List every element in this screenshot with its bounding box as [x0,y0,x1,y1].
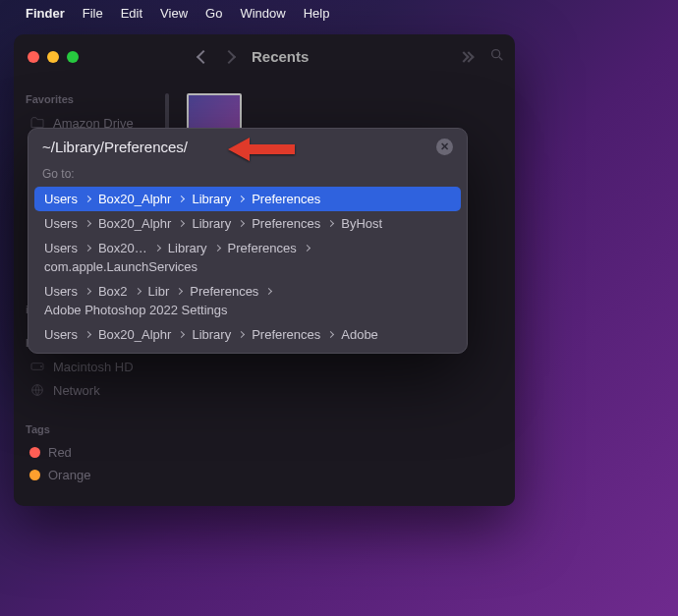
chevron-right-icon [265,288,272,295]
sidebar-item-label: Orange [48,468,90,482]
menubar-item-help[interactable]: Help [304,6,330,21]
chevron-right-icon [238,331,245,338]
minimize-button[interactable] [47,51,59,63]
chevron-right-icon [238,220,245,227]
chevron-right-icon [176,288,183,295]
chevron-right-icon [135,288,141,295]
chevron-right-icon [214,245,221,252]
path-segment: Library [192,327,231,342]
path-segment: Library [192,192,231,206]
close-button[interactable] [28,51,39,63]
chevron-right-icon [238,196,245,202]
menubar-item-go[interactable]: Go [205,6,222,21]
sidebar-tag-red[interactable]: Red [26,441,159,464]
chevron-right-icon [327,220,334,227]
path-suggestion-row[interactable]: UsersBox20_AlphrLibraryPreferences [34,187,461,211]
chevron-right-icon [178,220,185,227]
path-segment: Preferences [252,192,320,206]
file-thumbnail[interactable] [187,93,242,133]
sidebar-tag-orange[interactable]: Orange [26,464,159,486]
path-suggestion-row[interactable]: UsersBox20_AlphrLibraryPreferencesAdobe [34,322,461,347]
path-suggestion-row[interactable]: UsersBox2LibrPreferencesAdobe Photoshop … [34,279,461,322]
go-to-folder-dialog: ✕ Go to: UsersBox20_AlphrLibraryPreferen… [28,128,468,354]
chevron-right-icon [154,245,161,252]
sidebar-item-label: Red [48,445,72,460]
clear-input-icon[interactable]: ✕ [436,139,453,155]
tag-color-icon [29,447,40,458]
path-segment: Users [44,192,78,206]
path-segment: Users [44,216,78,231]
menubar-app-name[interactable]: Finder [26,6,65,21]
traffic-lights [14,51,79,63]
path-segment: Library [168,241,207,255]
sidebar-item-network[interactable]: Network [26,378,159,402]
path-segment: Box2 [98,284,128,299]
sidebar-item-macintosh-hd[interactable]: Macintosh HD [26,355,159,378]
path-segment: Preferences [252,216,320,231]
path-segment: Box20_Alphr [98,192,171,206]
path-segment: Adobe Photoshop 2022 Settings [44,303,227,317]
chevron-right-icon [178,196,185,202]
path-segment: com.apple.LaunchServices [44,259,198,274]
chevron-right-icon [327,331,334,338]
macos-menubar: Finder File Edit View Go Window Help [0,0,678,27]
chevron-right-icon [85,245,91,252]
sidebar-item-label: Macintosh HD [53,360,134,374]
path-segment: Box20… [98,241,147,255]
sidebar-section-tags: Tags [26,423,159,435]
chevron-right-icon [178,331,185,338]
go-to-label: Go to: [28,163,467,187]
sidebar-section-favorites: Favorites [26,93,159,105]
zoom-button[interactable] [67,51,79,63]
go-to-path-input[interactable] [42,139,436,155]
sidebar-item-label: Network [53,383,100,398]
menubar-item-window[interactable]: Window [240,6,285,21]
path-segment: Users [44,241,78,255]
chevron-right-icon [85,331,91,338]
path-segment: Preferences [252,327,320,342]
path-segment: Users [44,327,78,342]
path-segment: Adobe [341,327,378,342]
menubar-item-file[interactable]: File [83,6,103,21]
path-suggestions: UsersBox20_AlphrLibraryPreferencesUsersB… [28,187,467,347]
tag-color-icon [29,470,40,480]
path-segment: Library [192,216,231,231]
window-titlebar [14,34,515,79]
path-segment: Preferences [190,284,258,299]
menubar-item-view[interactable]: View [160,6,188,21]
menubar-item-edit[interactable]: Edit [121,6,142,21]
svg-point-3 [40,365,41,366]
path-suggestion-row[interactable]: UsersBox20…LibraryPreferencescom.apple.L… [34,236,461,279]
chevron-right-icon [304,245,311,252]
chevron-right-icon [85,288,91,295]
path-segment: Preferences [228,241,297,255]
path-segment: Box20_Alphr [98,327,171,342]
path-segment: Users [44,284,78,299]
path-segment: ByHost [341,216,382,231]
chevron-right-icon [85,220,91,227]
path-suggestion-row[interactable]: UsersBox20_AlphrLibraryPreferencesByHost [34,211,461,236]
path-segment: Libr [148,284,170,299]
path-segment: Box20_Alphr [98,216,171,231]
chevron-right-icon [85,196,91,202]
